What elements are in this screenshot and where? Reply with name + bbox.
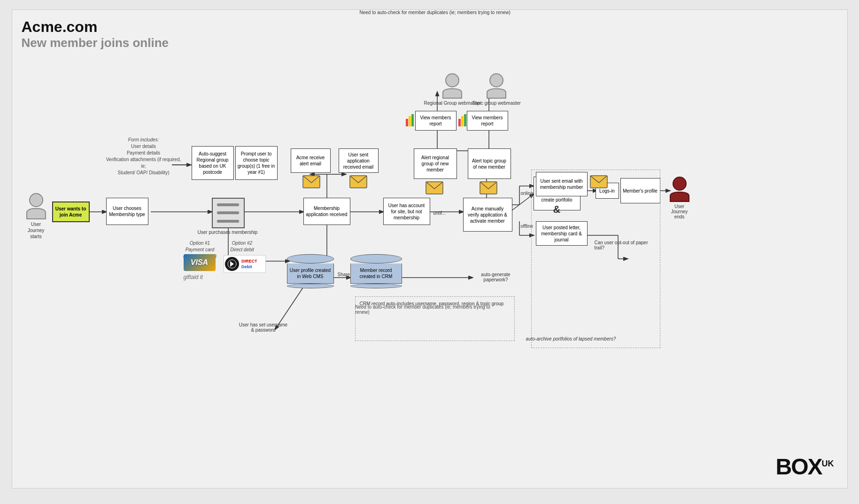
svg-rect-45 (409, 116, 411, 126)
server-icon (212, 198, 245, 228)
crm-cylinder: Member record created in CRM (350, 254, 402, 288)
topic-webmaster-label: Topic group webmaster (472, 101, 521, 106)
title-block: Acme.com New member joins online (22, 18, 169, 50)
view-members-topic-box: View members report (467, 111, 508, 131)
option2-note: Option #2Direct debit (224, 240, 261, 253)
page-title-main: Acme.com (22, 18, 169, 36)
auto-archive-dashed-box (531, 170, 660, 348)
svg-line-7 (510, 194, 534, 212)
topic-webmaster-person: Topic group webmaster (472, 73, 521, 106)
page-title-sub: New member joins online (22, 36, 169, 50)
user-sent-application-box: User sent application received email (339, 148, 379, 173)
user-has-account-box: User has account for site, but not membe… (383, 198, 430, 225)
bar-chart-regional-right (458, 112, 467, 128)
svg-rect-48 (461, 116, 464, 126)
svg-text:DIRECT: DIRECT (241, 259, 257, 264)
svg-rect-46 (411, 114, 414, 126)
user-journey-start-person: UserJourneystarts (26, 193, 46, 240)
svg-text:Debit: Debit (241, 264, 252, 269)
alert-topic-envelope (480, 181, 497, 196)
alert-regional-envelope (426, 181, 443, 196)
bar-chart-regional (406, 112, 414, 128)
web-cms-cylinder: User profile created in Web CMS (287, 254, 334, 288)
alert-topic-box: Alert topic group of new member (468, 148, 511, 179)
auto-generate-label: auto-generate paperwork? (477, 272, 515, 282)
user-wants-join-box: User wants to join Acme (52, 202, 90, 222)
prompt-topic-box: Prompt user to choose topic group(s) (1 … (235, 146, 278, 180)
svg-rect-49 (464, 114, 466, 126)
user-has-set-label: User has set username & password (238, 322, 289, 333)
user-journey-end-person: UserJourneyends (670, 177, 689, 219)
main-canvas: Acme.com New member joins online (12, 9, 848, 488)
form-includes-note: Form includes: User detailsPayment detai… (106, 137, 181, 176)
crm-note2-positioned: Need to auto-check for member duplicates… (355, 304, 501, 315)
box-uk-logo: BOXUK (775, 454, 834, 480)
svg-rect-47 (458, 119, 461, 126)
crm-note2: Need to auto-check for member duplicates… (360, 10, 511, 15)
user-purchases-label: User purchases membership (198, 230, 258, 235)
auto-suggest-box: Auto-suggest Regional group based on UK … (192, 146, 234, 180)
user-journey-start-label: UserJourneystarts (28, 221, 45, 240)
until-label: until... (433, 210, 446, 216)
view-members-regional-box: View members report (415, 111, 457, 131)
user-chooses-membership-box: User chooses Membership type (106, 198, 148, 225)
svg-rect-44 (406, 119, 408, 126)
user-journey-end-label: UserJourneyends (671, 204, 688, 219)
giftaid-label: giftaid it (184, 274, 203, 280)
direct-debit-logo: DIRECT Debit (224, 255, 266, 273)
visa-card: VISA (184, 254, 216, 271)
alert-regional-box: Alert regional group of new member (414, 148, 457, 179)
membership-received-box: Membership application received (303, 198, 350, 225)
acme-verify-box: Acme manually verify application & activ… (463, 198, 512, 232)
acme-envelope-icon (302, 175, 320, 190)
user-envelope-icon (349, 175, 367, 190)
acme-alert-box: Acme receive alert email (291, 148, 331, 173)
